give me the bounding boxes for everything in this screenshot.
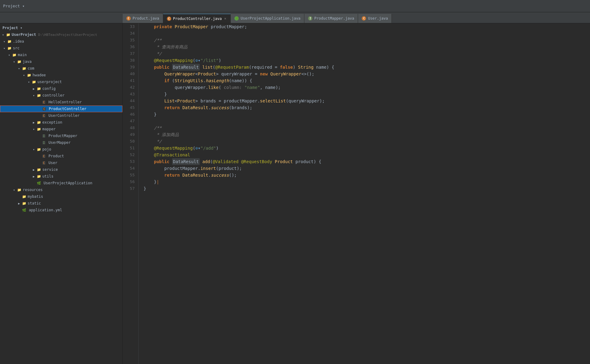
folder-icon-service: 📁: [37, 167, 41, 172]
tree-item-user-project-app[interactable]: 🌿 UserProjectApplication: [0, 180, 122, 186]
label-pojo: pojo: [42, 147, 51, 151]
code-line-47: [144, 118, 585, 125]
sidebar: Project ▾ ▾ 📁 UserProject D:\HBTeachProj…: [0, 23, 123, 364]
arrow-utils: ▶: [32, 175, 36, 178]
label-application-yml: application.yml: [29, 208, 62, 212]
title-bar: Project ▾: [0, 0, 590, 12]
tree-item-config[interactable]: ▶ 📁 config: [0, 85, 122, 92]
arrow-service: ▶: [32, 168, 36, 171]
tree-item-resources[interactable]: ▾ 📁 resources: [0, 186, 122, 193]
tree-item-application-yml[interactable]: 🌿 application.yml: [0, 207, 122, 213]
tab-label-product-controller: ProductController.java: [173, 17, 222, 21]
label-user-controller: UserController: [48, 113, 79, 118]
tab-label-product: Product.java: [133, 16, 159, 21]
folder-icon-com: 📁: [22, 66, 27, 71]
file-icon-product-controller: C: [42, 106, 47, 111]
tree-item-user[interactable]: C User: [0, 159, 122, 166]
code-line-35: /**: [144, 37, 585, 44]
tree-item-user-controller[interactable]: C UserController: [0, 112, 122, 119]
tab-icon-product-controller: C: [167, 17, 171, 21]
folder-icon-mapper: 📁: [37, 127, 41, 132]
tab-user-java[interactable]: C User.java: [358, 14, 392, 23]
tab-close-product-controller[interactable]: ✕: [224, 17, 227, 21]
folder-icon-userproject-pkg: 📁: [32, 79, 37, 84]
code-line-51: @RequestMapping ( ⊙▾ "/add" ): [144, 145, 585, 151]
label-src: src: [13, 46, 20, 50]
tree-item-com[interactable]: ▾ 📁 com: [0, 65, 122, 72]
tree-item-java[interactable]: ▾ 📁 java: [0, 58, 122, 65]
tab-product-java[interactable]: C Product.java: [123, 14, 163, 23]
tree-item-pojo[interactable]: ▾ 📁 pojo: [0, 146, 122, 153]
code-line-39: ⊙ public DataResult list ( @RequestParam…: [144, 64, 585, 71]
tree-item-hwadee[interactable]: ▾ 📁 hwadee: [0, 72, 122, 79]
tree-item-exception[interactable]: ▶ 📁 exception: [0, 119, 122, 126]
code-content: private ProductMapper productMapper; /**…: [139, 23, 590, 364]
arrow-mapper: ▾: [32, 128, 36, 131]
tree-item-utils[interactable]: ▶ 📁 utils: [0, 173, 122, 180]
tree-item-src[interactable]: ▾ 📁 src: [0, 45, 122, 52]
code-editor[interactable]: 33 34 35 36 37 38 39 40 41 42 43 44 45 4…: [123, 23, 590, 364]
tab-user-project-application[interactable]: 🌿 UserProjectApplication.java: [231, 14, 304, 23]
project-title: Project: [3, 4, 20, 8]
code-line-48: /**: [144, 125, 585, 131]
label-main: main: [18, 53, 27, 57]
code-line-45: return DataResult . success (brands);: [144, 104, 585, 111]
arrow-java: ▾: [12, 60, 16, 63]
tree-item-hello-controller[interactable]: C HelloController: [0, 99, 122, 105]
code-line-42: queryWrapper. like ( column: "name" , na…: [144, 84, 585, 91]
tree-item-service[interactable]: ▶ 📁 service: [0, 166, 122, 173]
folder-icon-utils: 📁: [37, 174, 41, 179]
label-user-project-app: UserProjectApplication: [44, 181, 92, 185]
label-hello-controller: HelloController: [48, 100, 82, 104]
folder-icon-java: 📁: [17, 59, 22, 64]
code-line-36: * 查询所有商品: [144, 44, 585, 50]
tree-item-product[interactable]: C Product: [0, 153, 122, 159]
tree-item-idea[interactable]: ▾ 📁 .idea: [0, 38, 122, 45]
file-icon-product-mapper: I: [41, 133, 46, 138]
tree-item-static[interactable]: ▶ 📁 static: [0, 200, 122, 207]
tab-label-user: User.java: [368, 16, 388, 21]
code-line-57: }: [144, 185, 585, 192]
tab-icon-product: C: [126, 16, 131, 21]
label-product: Product: [48, 154, 64, 158]
code-line-54: productMapper. insert (product);: [144, 165, 585, 172]
tab-product-controller-java[interactable]: C ProductController.java ✕: [163, 14, 231, 23]
tree-item-main[interactable]: ▾ 📁 main: [0, 52, 122, 58]
code-line-34: [144, 30, 585, 37]
code-line-41: if ( StringUtils . hasLength (name)) {: [144, 77, 585, 84]
tab-product-mapper[interactable]: I ProductMapper.java: [304, 14, 358, 23]
folder-icon-src: 📁: [7, 46, 12, 51]
code-line-53: ⊙ public DataResult add ( @Validated @Re…: [144, 158, 585, 165]
arrow-exception: ▶: [32, 121, 36, 124]
code-line-49: * 添加商品: [144, 131, 585, 138]
code-area: 33 34 35 36 37 38 39 40 41 42 43 44 45 4…: [123, 23, 590, 364]
label-mybatis: mybatis: [28, 194, 43, 199]
tree-item-product-mapper[interactable]: I ProductMapper: [0, 132, 122, 139]
arrow-main: ▾: [7, 53, 11, 57]
tab-bar: C Product.java C ProductController.java …: [0, 12, 590, 23]
folder-icon-config: 📁: [37, 86, 41, 91]
project-chevron[interactable]: ▾: [22, 4, 25, 8]
code-line-52: @Transactional: [144, 151, 585, 158]
tree-item-controller[interactable]: ▾ 📁 controller: [0, 92, 122, 99]
tree-item-userproject[interactable]: ▾ 📁 UserProject D:\HBTeachProject\UserPr…: [0, 31, 122, 38]
tree-item-mybatis[interactable]: 📁 mybatis: [0, 193, 122, 200]
folder-icon-exception: 📁: [37, 120, 41, 125]
code-line-46: }: [144, 111, 585, 118]
line-numbers: 33 34 35 36 37 38 39 40 41 42 43 44 45 4…: [123, 23, 139, 364]
code-line-56: } |: [144, 178, 585, 185]
arrow-com: ▾: [17, 67, 21, 70]
label-service: service: [42, 167, 58, 172]
label-com: com: [28, 66, 34, 71]
tree-item-product-controller[interactable]: C ProductController: [0, 105, 122, 112]
label-resources: resources: [23, 188, 43, 192]
tree-item-user-mapper[interactable]: I UserMapper: [0, 139, 122, 146]
sidebar-title: Project ▾: [2, 26, 22, 30]
tree-item-userproject-pkg[interactable]: ▾ 📁 userproject: [0, 79, 122, 85]
tree-item-mapper[interactable]: ▾ 📁 mapper: [0, 126, 122, 132]
folder-icon-userproject: 📁: [6, 32, 11, 37]
arrow-userproject: ▾: [1, 33, 5, 36]
arrow-src: ▾: [2, 47, 6, 50]
label-config: config: [42, 86, 56, 91]
label-controller: controller: [42, 93, 64, 98]
